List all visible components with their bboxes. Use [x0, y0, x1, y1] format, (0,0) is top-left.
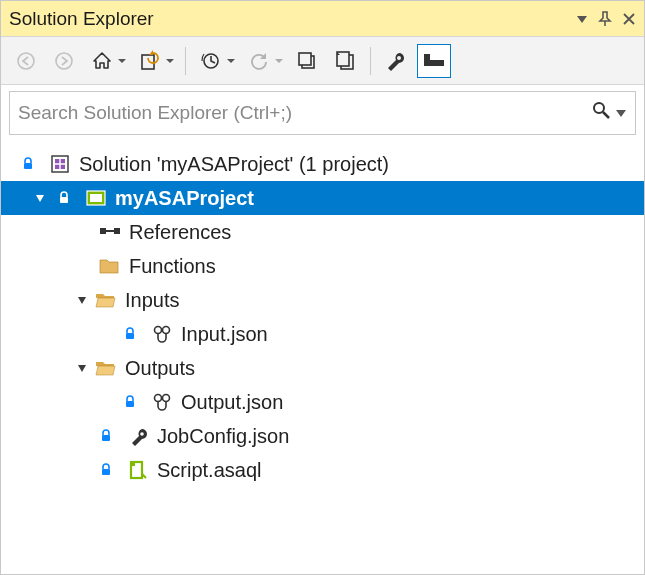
svg-rect-11 [424, 54, 430, 60]
titlebar: Solution Explorer [1, 1, 644, 37]
svg-point-1 [18, 53, 34, 69]
tree-item-functions[interactable]: Functions [1, 249, 644, 283]
tree-item-label: Outputs [125, 357, 195, 380]
solution-icon [47, 153, 73, 175]
config-file-icon [125, 426, 151, 446]
tree-item-file[interactable]: Input.json [1, 317, 644, 351]
search-dropdown-icon[interactable] [615, 103, 627, 124]
window-position-dropdown-icon[interactable] [576, 13, 588, 25]
tree-item-label: Script.asaql [157, 459, 262, 482]
collapse-all-button[interactable] [290, 44, 324, 78]
padlock-icon [93, 463, 119, 477]
tree-item-outputs[interactable]: Outputs [1, 351, 644, 385]
tree-item-solution[interactable]: Solution 'myASAProject' (1 project) [1, 147, 644, 181]
panel-title: Solution Explorer [9, 8, 576, 30]
preview-selected-button[interactable] [417, 44, 451, 78]
toolbar-separator [185, 47, 186, 75]
search-input[interactable] [18, 102, 591, 124]
solution-tree: Solution 'myASAProject' (1 project) myAS… [1, 139, 644, 487]
tree-item-label: JobConfig.json [157, 425, 289, 448]
tree-item-label: Output.json [181, 391, 283, 414]
svg-rect-15 [60, 197, 68, 203]
svg-point-2 [56, 53, 72, 69]
tree-item-label: myASAProject [115, 187, 254, 210]
padlock-icon [51, 191, 77, 205]
tree-item-file[interactable]: Output.json [1, 385, 644, 419]
pin-icon[interactable] [598, 11, 612, 27]
svg-rect-17 [90, 194, 102, 202]
tree-item-label: Solution 'myASAProject' (1 project) [79, 153, 389, 176]
tree-item-inputs[interactable]: Inputs [1, 283, 644, 317]
padlock-icon [15, 157, 41, 171]
tree-item-file[interactable]: Script.asaql [1, 453, 644, 487]
padlock-icon [117, 327, 143, 341]
sync-active-document-button[interactable] [133, 44, 177, 78]
svg-point-22 [155, 395, 162, 402]
svg-rect-19 [114, 228, 120, 234]
json-file-icon [149, 392, 175, 412]
json-file-icon [149, 324, 175, 344]
folder-open-icon [93, 290, 119, 310]
svg-point-24 [140, 432, 144, 436]
svg-rect-3 [142, 55, 154, 69]
svg-point-9 [397, 56, 401, 60]
svg-point-20 [155, 327, 162, 334]
svg-rect-18 [100, 228, 106, 234]
properties-button[interactable] [379, 44, 413, 78]
show-all-files-button[interactable] [328, 44, 362, 78]
folder-icon [97, 256, 123, 276]
references-icon [97, 225, 123, 239]
svg-rect-10 [424, 60, 444, 66]
forward-button[interactable] [47, 44, 81, 78]
tree-item-label: Input.json [181, 323, 268, 346]
search-bar[interactable] [9, 91, 636, 135]
tree-item-file[interactable]: JobConfig.json [1, 419, 644, 453]
pending-changes-button[interactable] [194, 44, 238, 78]
toolbar-separator [370, 47, 371, 75]
close-icon[interactable] [622, 12, 636, 26]
svg-rect-6 [299, 53, 311, 65]
home-button[interactable] [85, 44, 129, 78]
project-icon [83, 187, 109, 209]
tree-item-project[interactable]: myASAProject [1, 181, 644, 215]
padlock-icon [117, 395, 143, 409]
expand-collapse-icon[interactable] [73, 291, 91, 309]
svg-point-12 [594, 103, 604, 113]
search-icon[interactable] [591, 100, 613, 127]
expand-collapse-icon[interactable] [73, 359, 91, 377]
svg-point-21 [163, 327, 170, 334]
svg-point-23 [163, 395, 170, 402]
tree-item-references[interactable]: References [1, 215, 644, 249]
script-file-icon [125, 460, 151, 480]
tree-item-label: Functions [129, 255, 216, 278]
expand-collapse-icon[interactable] [31, 189, 49, 207]
tree-item-label: Inputs [125, 289, 179, 312]
toolbar [1, 37, 644, 85]
padlock-icon [93, 429, 119, 443]
folder-open-icon [93, 358, 119, 378]
back-button[interactable] [9, 44, 43, 78]
refresh-button[interactable] [242, 44, 286, 78]
tree-item-label: References [129, 221, 231, 244]
